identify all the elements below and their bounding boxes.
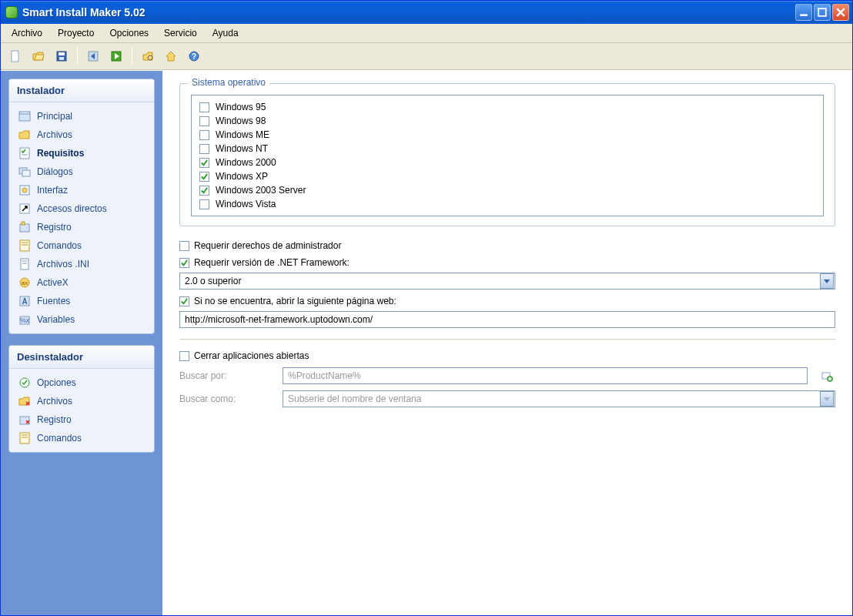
os-row[interactable]: Windows 95 [199,100,815,114]
sidebar-item-archivos[interactable]: Archivos [11,126,152,144]
admin-rights-row[interactable]: Requerir derechos de administrador [179,240,835,251]
os-label: Windows 2003 Server [216,185,306,196]
help-button[interactable] [184,46,204,66]
sidebar-item-registro[interactable]: Registro [11,410,152,429]
os-row[interactable]: Windows Vista [199,197,815,211]
os-checkbox[interactable] [199,102,209,112]
save-icon [55,50,68,62]
new-button[interactable] [5,46,25,66]
sidebar-item-label: Principal [37,111,72,122]
folder-del-icon [18,395,31,407]
toolbar-separator [132,48,132,65]
sidebar-item-label: Registro [37,414,72,425]
os-row[interactable]: Windows ME [199,128,815,142]
sidebar-item-interfaz[interactable]: Interfaz [11,181,152,199]
netfx-combo-button[interactable] [820,273,834,289]
sidebar-item-label: Archivos [37,129,72,140]
commands-icon [18,432,31,444]
search-by-value: %ProductName% [283,370,807,381]
sidebar-item-label: Comandos [37,240,82,251]
registry-del-icon [18,413,31,426]
menu-opciones[interactable]: Opciones [103,25,155,41]
svg-marker-9 [824,397,830,401]
folder-open-icon [32,50,45,62]
sidebar-item-requisitos[interactable]: Requisitos [11,144,152,162]
netfx-checkbox[interactable] [179,258,189,268]
save-button[interactable] [52,46,72,66]
menu-servicio[interactable]: Servicio [158,25,203,41]
sidebar-item-label: Opciones [37,377,76,388]
sidebar-item-comandos[interactable]: Comandos [11,236,152,255]
menubar: Archivo Proyecto Opciones Servicio Ayuda [1,24,852,43]
separator [179,339,835,340]
os-row[interactable]: Windows NT [199,142,815,156]
sidebar-item-accesos-directos[interactable]: Accesos directos [11,199,152,218]
sidebar-item-comandos[interactable]: Comandos [11,429,152,447]
sidebar-item-archivos-ini[interactable]: Archivos .INI [11,255,152,273]
os-row[interactable]: Windows 98 [199,114,815,128]
sidebar-item-registro[interactable]: Registro [11,218,152,236]
openweb-label: Si no se encuentra, abrir la siguiente p… [194,296,396,306]
sidebar-item-activex[interactable]: ActiveX [11,273,152,292]
os-checkbox[interactable] [199,116,209,126]
sidebar-item-variables[interactable]: Variables [11,310,152,329]
openweb-row[interactable]: Si no se encuentra, abrir la siguiente p… [179,296,835,306]
sidebar-item-di-logos[interactable]: Diálogos [11,162,152,181]
sidebar-item-label: Requisitos [37,148,84,159]
home-button[interactable] [161,46,181,66]
open-button[interactable] [28,46,49,66]
menu-ayuda[interactable]: Ayuda [206,25,245,41]
sidebar-item-opciones[interactable]: Opciones [11,373,152,392]
openweb-url-value: http://microsoft-net-framework.uptodown.… [180,314,835,325]
openweb-url-input[interactable]: http://microsoft-net-framework.uptodown.… [179,311,835,328]
checklist-icon [18,147,31,159]
os-label: Windows NT [216,143,268,154]
os-checkbox[interactable] [199,130,209,140]
play-icon [110,50,122,62]
shortcut-icon [18,203,31,215]
sidebar-item-label: Archivos .INI [37,259,89,270]
run-button[interactable] [106,46,126,66]
sidebar-item-archivos[interactable]: Archivos [11,392,152,410]
commands-icon [18,239,31,252]
maximize-icon [818,8,827,17]
folder-icon [18,129,31,141]
maximize-button[interactable] [814,4,831,21]
sidebar-item-principal[interactable]: Principal [11,107,152,126]
admin-rights-checkbox[interactable] [179,241,189,251]
sidebar-panel: InstaladorPrincipalArchivosRequisitosDiá… [8,79,155,334]
admin-rights-label: Requerir derechos de administrador [194,240,341,251]
closeapps-row[interactable]: Cerrar aplicaciones abiertas [179,350,835,361]
os-checkbox[interactable] [199,144,209,154]
menu-proyecto[interactable]: Proyecto [52,25,100,41]
minimize-button[interactable] [795,4,812,21]
netfx-row[interactable]: Requerir versión de .NET Framework: [179,257,835,268]
menu-archivo[interactable]: Archivo [5,25,49,41]
os-checkbox[interactable] [199,172,209,182]
app-window: Smart Install Maker 5.02 Archivo Proyect… [0,0,853,616]
os-row[interactable]: Windows 2000 [199,156,815,169]
search-as-label: Buscar como: [179,393,272,404]
search-as-row: Buscar como: Subserie del nombre de vent… [179,390,835,407]
settings-icon [142,50,154,62]
closeapps-checkbox[interactable] [179,351,189,361]
titlebar: Smart Install Maker 5.02 [1,1,852,24]
toolbar-separator [77,48,78,65]
netfx-combo[interactable]: 2.0 o superior [179,273,835,290]
openweb-checkbox[interactable] [179,296,189,306]
os-checkbox[interactable] [199,158,209,168]
prev-button[interactable] [83,46,103,66]
os-label: Windows 95 [216,102,266,112]
ini-icon [18,258,31,270]
os-row[interactable]: Windows 2003 Server [199,183,815,197]
sidebar-item-fuentes[interactable]: Fuentes [11,292,152,310]
os-checkbox[interactable] [199,186,209,196]
os-row[interactable]: Windows XP [199,169,815,183]
form-icon [18,110,31,122]
search-by-row: Buscar por: %ProductName% [179,367,835,384]
os-checkbox[interactable] [199,199,209,209]
close-button[interactable] [832,4,849,21]
settings-button[interactable] [138,46,158,66]
os-listbox[interactable]: Windows 95Windows 98Windows MEWindows NT… [191,95,824,216]
variables-icon [18,313,31,326]
